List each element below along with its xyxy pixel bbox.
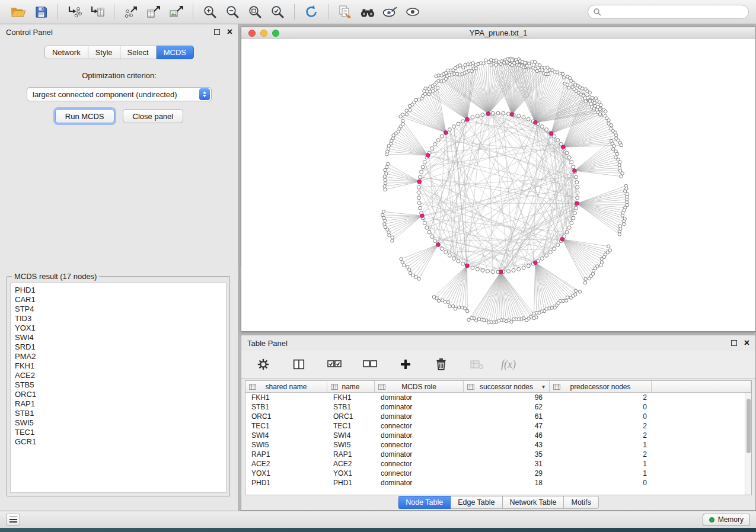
tab-style[interactable]: Style: [88, 46, 120, 59]
column-header-successor-nodes[interactable]: successor nodes▾: [464, 381, 550, 392]
tab-network-table[interactable]: Network Table: [503, 496, 564, 509]
column-header-MCDS-role[interactable]: MCDS role: [375, 381, 464, 392]
table-cell: RAP1: [327, 450, 375, 459]
toggle-graphics-details-button[interactable]: [401, 2, 424, 21]
zoom-selected-icon: [270, 5, 285, 19]
column-header-name[interactable]: name: [327, 381, 375, 392]
table-row[interactable]: PHD1PHD1dominator180: [245, 478, 751, 488]
first-neighbors-button[interactable]: [356, 2, 379, 21]
table-row[interactable]: YOX1YOX1connector291: [245, 469, 751, 478]
import-table-button[interactable]: [86, 2, 109, 21]
import-network-button[interactable]: [63, 2, 86, 21]
minimize-window-button[interactable]: [260, 30, 267, 37]
table-cell: connector: [375, 421, 464, 431]
deselect-all-button[interactable]: [359, 355, 381, 374]
table-cell: [652, 459, 751, 469]
export-image-button[interactable]: [165, 2, 187, 21]
table-cell: SWI4: [327, 431, 375, 440]
open-file-button[interactable]: [7, 2, 30, 21]
column-header-filler: [652, 381, 751, 392]
import-table-icon: [90, 5, 105, 19]
memory-button[interactable]: Memory: [703, 514, 750, 526]
result-item[interactable]: STB5: [15, 380, 226, 390]
table-cell: 46: [464, 431, 550, 440]
result-item[interactable]: SWI5: [15, 418, 226, 428]
mcds-result-list[interactable]: PHD1CAR1STP4TID3YOX1SWI4SRD1PMA2FKH1ACE2…: [10, 283, 227, 493]
network-window-titlebar[interactable]: YPA_prune.txt_1: [241, 27, 755, 39]
result-item[interactable]: STP4: [15, 305, 226, 314]
result-item[interactable]: RAP1: [15, 399, 226, 409]
column-header-predecessor-nodes[interactable]: predecessor nodes: [550, 381, 652, 392]
result-item[interactable]: ACE2: [15, 371, 226, 380]
zoom-out-button[interactable]: [221, 2, 244, 21]
network-graph[interactable]: [241, 39, 755, 331]
columns-icon: [292, 358, 305, 371]
result-item[interactable]: ORC1: [15, 390, 226, 399]
result-item[interactable]: CAR1: [15, 295, 226, 305]
delete-table-button[interactable]: [465, 355, 488, 374]
refresh-layout-button[interactable]: [300, 2, 323, 21]
result-item[interactable]: SWI4: [15, 333, 226, 342]
table-settings-button[interactable]: [252, 355, 275, 374]
eye-icon: [405, 7, 420, 17]
table-row[interactable]: TEC1TEC1connector472: [245, 421, 751, 431]
result-item[interactable]: PMA2: [15, 352, 226, 361]
result-item[interactable]: STB1: [15, 409, 226, 418]
panel-splitter-handle[interactable]: [238, 265, 241, 281]
sort-chevron-icon[interactable]: ▾: [542, 383, 545, 390]
save-session-button[interactable]: [30, 2, 52, 21]
function-builder-button[interactable]: f(x): [501, 358, 516, 371]
table-row[interactable]: ACE2ACE2connector311: [245, 459, 751, 469]
table-row[interactable]: RAP1RAP1dominator352: [245, 450, 751, 459]
result-item[interactable]: YOX1: [15, 323, 226, 333]
tab-node-table[interactable]: Node Table: [398, 496, 451, 509]
result-item[interactable]: SRD1: [15, 342, 226, 352]
export-network-icon: [124, 5, 139, 19]
tab-select[interactable]: Select: [120, 46, 157, 59]
zoom-selected-button[interactable]: [266, 2, 289, 21]
scrollbar-thumb[interactable]: [747, 399, 751, 453]
select-all-icon: [327, 358, 342, 370]
show-columns-button[interactable]: [288, 355, 310, 374]
column-header-shared-name[interactable]: shared name: [245, 381, 327, 392]
delete-column-button[interactable]: [430, 355, 452, 374]
float-panel-icon[interactable]: [731, 340, 737, 346]
result-item[interactable]: PHD1: [15, 286, 226, 295]
select-all-button[interactable]: [323, 355, 346, 374]
optimization-criterion-select[interactable]: largest connected component (undirected): [27, 87, 212, 101]
tab-motifs[interactable]: Motifs: [564, 496, 598, 509]
table-row[interactable]: SWI5SWI5connector431: [245, 440, 751, 450]
result-item[interactable]: TID3: [15, 314, 226, 323]
close-panel-button[interactable]: Close panel: [123, 109, 184, 123]
result-item[interactable]: FKH1: [15, 361, 226, 371]
table-cell: 96: [464, 393, 550, 402]
export-table-button[interactable]: [142, 2, 165, 21]
show-annotations-button[interactable]: [379, 2, 401, 21]
table-row[interactable]: FKH1FKH1dominator962: [245, 393, 751, 402]
close-window-button[interactable]: [248, 30, 256, 37]
table-row[interactable]: STB1STB1dominator620: [245, 402, 751, 412]
result-item[interactable]: TEC1: [15, 428, 226, 437]
float-panel-icon[interactable]: [214, 29, 220, 35]
search-input[interactable]: [604, 8, 744, 17]
column-type-icon: [467, 384, 474, 390]
result-item[interactable]: GCR1: [15, 437, 226, 447]
panel-menu-button[interactable]: [6, 514, 20, 525]
zoom-fit-button[interactable]: [244, 2, 266, 21]
close-panel-icon[interactable]: ×: [227, 27, 232, 37]
zoom-in-button[interactable]: [199, 2, 221, 21]
add-column-button[interactable]: [394, 355, 417, 374]
tab-network[interactable]: Network: [44, 46, 88, 59]
tab-edge-table[interactable]: Edge Table: [451, 496, 502, 509]
tab-mcds[interactable]: MCDS: [157, 46, 194, 59]
table-row[interactable]: ORC1ORC1dominator610: [245, 412, 751, 421]
table-row[interactable]: SWI4SWI4dominator462: [245, 431, 751, 440]
copy-view-button[interactable]: [334, 2, 356, 21]
close-panel-icon[interactable]: ×: [744, 338, 749, 348]
export-network-button[interactable]: [120, 2, 142, 21]
table-cell: ORC1: [327, 412, 375, 421]
table-scrollbar[interactable]: [745, 393, 751, 495]
table-cell: 62: [464, 402, 550, 412]
run-mcds-button[interactable]: Run MCDS: [55, 109, 114, 123]
maximize-window-button[interactable]: [272, 30, 279, 37]
